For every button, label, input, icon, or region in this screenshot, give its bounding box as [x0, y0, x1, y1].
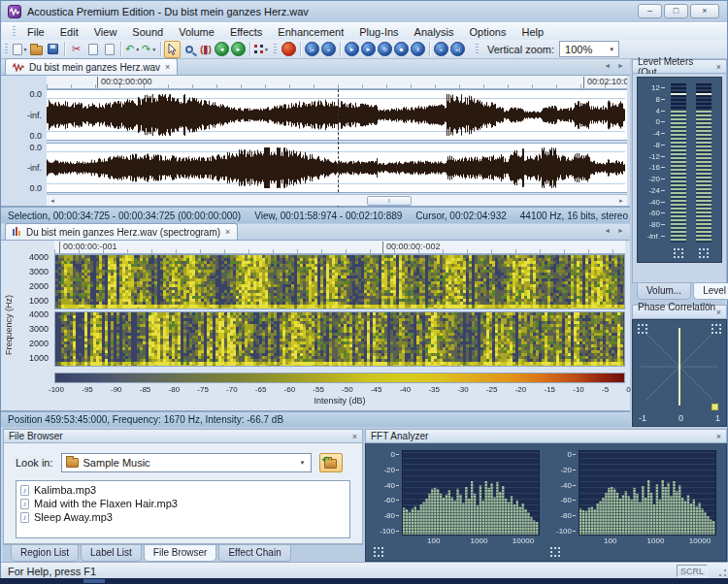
scroll-left-icon[interactable]: ◄: [47, 195, 58, 206]
spectrogram-document-tab[interactable]: Du bist mein ganzes Herz.wav (spectrogra…: [5, 223, 238, 240]
play-selection-button[interactable]: ►: [360, 41, 377, 58]
file-item[interactable]: ♪ Kalimba.mp3: [20, 483, 346, 497]
menu-item[interactable]: Effects: [222, 25, 270, 39]
go-to-start-button[interactable]: |«: [304, 41, 320, 58]
combo-dropdown-icon[interactable]: ▼: [300, 460, 306, 466]
redo-button[interactable]: ↷▼: [141, 41, 157, 58]
fft-left-drag-handle[interactable]: [374, 547, 376, 549]
scroll-right-icon[interactable]: ►: [615, 195, 627, 206]
loop-button[interactable]: ↻: [377, 41, 393, 58]
freq-tick-label: 3000: [29, 324, 49, 334]
transport-grip[interactable]: [274, 44, 277, 55]
fast-forward-button[interactable]: »: [433, 41, 449, 58]
spectrogram-area[interactable]: 00:00:00:-001 00:00:00:-002 -100-95-90-8…: [54, 241, 625, 410]
menu-item[interactable]: Sound: [124, 25, 171, 39]
spectrogram-tab-close-icon[interactable]: ×: [225, 227, 230, 237]
save-button[interactable]: [45, 41, 61, 58]
waveform-hscrollbar[interactable]: ◄ ‖ ►: [47, 194, 627, 206]
audio-file-icon: ♪: [20, 512, 29, 523]
fft-y-tick: -100: [556, 527, 576, 535]
resize-grip[interactable]: [715, 566, 727, 577]
vertical-zoom-select[interactable]: 100% ▼: [559, 41, 619, 57]
go-to-end-button[interactable]: »|: [449, 41, 466, 58]
file-item[interactable]: ♪ Sleep Away.mp3: [20, 510, 346, 524]
meter-drag-handle[interactable]: [674, 248, 676, 250]
menu-item[interactable]: Help: [513, 25, 551, 39]
waveform-document-tab[interactable]: Du bist mein ganzes Herz.wav ×: [5, 58, 178, 75]
file-item[interactable]: ♪ Maid with the Flaxen Hair.mp3: [20, 497, 346, 510]
audio-file-icon: ♪: [20, 499, 29, 509]
grid-snap-button[interactable]: ▼: [253, 41, 270, 58]
undo-dropdown-icon[interactable]: ▼: [135, 47, 140, 52]
paste-button[interactable]: [101, 41, 117, 58]
maximize-button[interactable]: □: [664, 4, 688, 18]
file-list[interactable]: ♪ Kalimba.mp3 ♪ Maid with the Flaxen Hai…: [16, 480, 350, 538]
tab-scroll-left-icon[interactable]: ◄: [604, 62, 611, 69]
new-file-dropdown-icon[interactable]: ▼: [23, 47, 28, 52]
menu-item[interactable]: Plug-Ins: [351, 25, 406, 39]
next-view-button[interactable]: ►: [230, 41, 247, 58]
minimize-button[interactable]: –: [638, 4, 662, 18]
tab-level[interactable]: Level ...: [693, 283, 728, 300]
waveform-area[interactable]: 00:02:00:000 00:02:10:000 ◄ ‖ ►: [47, 76, 627, 206]
menubar-grip[interactable]: [13, 26, 16, 38]
toolbar-grip[interactable]: [5, 44, 8, 55]
menu-item[interactable]: Options: [462, 25, 514, 39]
rewind-button[interactable]: «: [320, 41, 337, 58]
meter-drag-handle[interactable]: [699, 248, 701, 250]
fft-y-tick: -100: [380, 527, 399, 535]
open-file-button[interactable]: [28, 41, 45, 58]
menu-item[interactable]: View: [86, 25, 125, 39]
spectrogram-time-ruler[interactable]: 00:00:00:-001 00:00:00:-002: [54, 241, 625, 254]
cut-button[interactable]: ✂: [68, 41, 84, 58]
menu-item[interactable]: Edit: [52, 25, 86, 39]
title-bar[interactable]: Acoustica Premium Edition - Du bist mein…: [1, 1, 727, 22]
waveform-channel1-canvas[interactable]: [47, 90, 625, 140]
waveform-time-ruler[interactable]: 00:02:00:000 00:02:10:000: [47, 76, 627, 89]
look-in-combobox[interactable]: Sample Music ▼: [61, 453, 312, 472]
right-dock: Level Meters (Out... × 12840-4-8-12-16-2…: [632, 59, 727, 562]
tab-volume[interactable]: Volum...: [637, 283, 691, 300]
fft-right-drag-handle[interactable]: [550, 547, 552, 549]
previous-view-button[interactable]: ◄: [214, 41, 230, 58]
menu-item[interactable]: File: [19, 25, 52, 39]
scrollbar-thumb[interactable]: ‖: [367, 196, 412, 206]
tab-scroll-right-icon[interactable]: ►: [617, 227, 624, 234]
waveform-tab-close-icon[interactable]: ×: [165, 62, 170, 72]
grid-dropdown-icon[interactable]: ▼: [264, 47, 269, 52]
file-browser-close-icon[interactable]: ×: [352, 432, 357, 441]
file-name: Sleep Away.mp3: [34, 511, 113, 523]
pause-button[interactable]: ‖: [410, 41, 426, 58]
file-browser-panel: File Browser × Look in: Sample Music ▼ ↶: [3, 429, 363, 562]
tab-label-list[interactable]: Label List: [81, 545, 142, 562]
phase-close-icon[interactable]: ×: [716, 308, 721, 317]
zoom-tool-button[interactable]: [181, 41, 197, 58]
close-button[interactable]: ×: [690, 4, 719, 18]
menu-item[interactable]: Analysis: [407, 25, 462, 39]
tab-scroll-left-icon[interactable]: ◄: [604, 227, 611, 234]
spectrogram-channel2-canvas[interactable]: [55, 312, 624, 366]
menu-item[interactable]: Enhancement: [270, 25, 351, 39]
undo-button[interactable]: ↶▼: [124, 41, 141, 58]
spectrogram-channel1-canvas[interactable]: [55, 255, 624, 308]
intensity-axis-label: Intensity (dB): [54, 396, 625, 406]
select-tool-button[interactable]: [164, 41, 181, 58]
level-meters-close-icon[interactable]: ×: [716, 62, 721, 72]
new-file-button[interactable]: ▼: [12, 41, 28, 58]
tab-file-browser[interactable]: File Browser: [144, 545, 217, 562]
menu-item[interactable]: Volume: [171, 25, 222, 39]
waveform-tab-icon: [13, 63, 24, 72]
scrub-tool-button[interactable]: (❚): [197, 41, 214, 58]
copy-button[interactable]: [84, 41, 101, 58]
record-button[interactable]: [281, 41, 297, 58]
play-button[interactable]: ►: [344, 41, 360, 58]
tab-region-list[interactable]: Region List: [11, 545, 79, 562]
tab-scroll-right-icon[interactable]: ►: [617, 62, 624, 69]
stop-button[interactable]: ■: [393, 41, 410, 58]
zoom-toolbar-grip[interactable]: [476, 44, 479, 55]
next-view-icon: ►: [231, 42, 246, 56]
waveform-channel2-canvas[interactable]: [47, 144, 625, 192]
up-folder-button[interactable]: ↶: [319, 453, 343, 472]
tab-effect-chain[interactable]: Effect Chain: [218, 545, 290, 562]
redo-dropdown-icon[interactable]: ▼: [151, 47, 156, 52]
